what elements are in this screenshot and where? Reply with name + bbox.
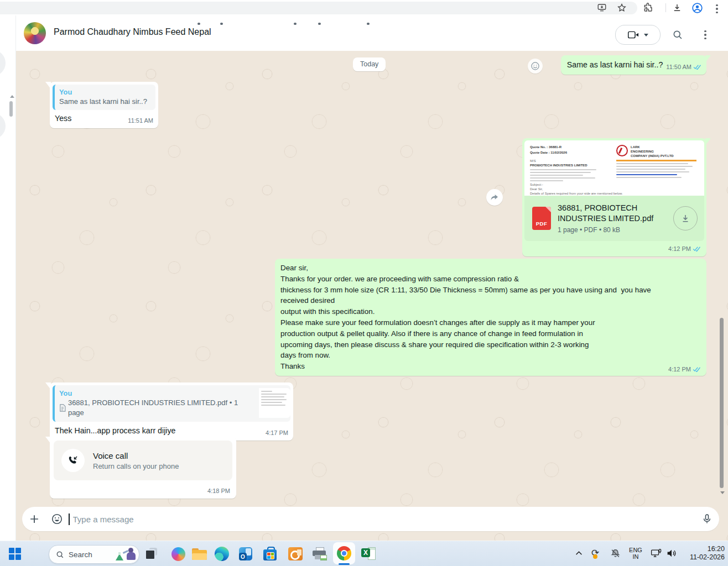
language-line1: ENG [629, 547, 642, 554]
language-line2: IN [629, 553, 642, 560]
outlook-new-icon[interactable]: O [238, 546, 253, 562]
running-indicator [220, 23, 223, 25]
quoted-message[interactable]: You 36881, PROBIOTECH INDUSTRIES LIMITED… [53, 385, 290, 422]
quote-text: Same as last karni hai sir..? [59, 97, 151, 107]
panel-scrollbar[interactable] [9, 101, 13, 117]
tray-sync-icon[interactable]: ⟳ [590, 541, 604, 566]
printer-icon[interactable] [312, 546, 327, 562]
quote-thumbnail [259, 388, 290, 418]
read-receipt-icon [693, 246, 701, 251]
install-app-icon[interactable] [595, 1, 609, 14]
downloads-icon[interactable] [670, 1, 684, 14]
quote-author: You [59, 389, 254, 398]
voice-call-subtitle: Return calls on your phone [93, 462, 179, 470]
panel-scroll-up-arrow[interactable] [10, 95, 14, 98]
preview-quote-date: Quote Date : 11/02/2026 [530, 150, 607, 155]
voice-call-title: Voice call [93, 451, 179, 460]
message-composer [22, 507, 719, 531]
emoji-picker-button[interactable] [46, 507, 67, 531]
edge-icon[interactable] [214, 546, 230, 562]
search-icon [56, 551, 64, 559]
extensions-icon[interactable] [642, 1, 655, 14]
preview-company-3: COMPANY (INDIA) PVT.LTD [631, 154, 674, 158]
search-label: Search [69, 551, 111, 559]
toolbar-divider [665, 3, 666, 12]
voice-record-button[interactable] [695, 507, 719, 531]
document-row[interactable]: PDF 36881, PROBIOTECH INDUSTRIES LIMITED… [524, 196, 704, 241]
preview-quote-no: Quote No. : 36881-R [530, 145, 607, 149]
tray-chevron-up[interactable] [572, 541, 585, 566]
running-indicator [318, 23, 321, 25]
tray-language-indicator[interactable]: ENG IN [626, 541, 645, 566]
message-text: Dear sir, Thanks for your order. we are … [280, 263, 701, 372]
message-meta: 4:12 PM [522, 241, 706, 256]
forward-message-button[interactable] [486, 189, 503, 206]
message-outgoing-document: Quote No. : 36881-R Quote Date : 11/02/2… [522, 138, 706, 256]
preview-recipient-prefix: M/S [530, 159, 607, 163]
task-view-button[interactable] [145, 548, 157, 560]
message-time: 4:12 PM [668, 366, 691, 373]
message-time: 11:51 AM [128, 117, 153, 124]
lark-logo [616, 145, 628, 156]
quote-text: 36881, PROBIOTECH INDUSTRIES LIMITED.pdf… [68, 398, 254, 418]
voice-call-icon [61, 449, 85, 472]
start-button[interactable] [9, 548, 21, 560]
message-text: Same as last karni hai sir..? [567, 60, 663, 70]
download-document-button[interactable] [673, 206, 698, 230]
video-call-button[interactable] [615, 25, 661, 45]
outlook-classic-icon[interactable] [288, 546, 303, 562]
message-input[interactable] [70, 515, 695, 524]
tray-volume-icon[interactable] [664, 541, 679, 566]
tray-network-icon[interactable] [648, 541, 664, 566]
bookmark-star-icon[interactable] [615, 1, 628, 14]
document-icon [59, 404, 66, 412]
chat-area: Today Same as last karni hai sir..? 11:5… [16, 51, 728, 541]
message-incoming: You Same as last karni hai sir..? Yess 1… [50, 82, 158, 128]
document-filename: 36881, PROBIOTECH INDUSTRIES LIMITED.pdf [558, 203, 667, 224]
tray-date: 11-02-2026 [680, 553, 725, 562]
search-chat-button[interactable] [670, 28, 685, 42]
message-incoming: You 36881, PROBIOTECH INDUSTRIES LIMITED… [50, 382, 293, 441]
file-explorer-icon[interactable] [191, 546, 207, 562]
chat-list-avatar-partial [0, 50, 6, 76]
chat-scrollbar[interactable] [720, 318, 724, 488]
running-indicator [197, 23, 200, 25]
taskbar-search[interactable]: Search [49, 545, 139, 564]
preview-recipient: PROBIOTECH INDUSTRIES LIMITED [530, 163, 607, 167]
voice-call-message: Voice call Return calls on your phone 4:… [50, 437, 236, 499]
react-emoji-button[interactable] [528, 59, 543, 74]
message-text: Yess [55, 113, 71, 124]
message-time: 4:18 PM [207, 488, 230, 494]
copilot-icon[interactable] [170, 546, 186, 562]
pdf-file-icon: PDF [532, 207, 551, 230]
voice-call-card[interactable]: Voice call Return calls on your phone [54, 441, 232, 480]
preview-company-2: ENGINEERING [631, 149, 674, 154]
preview-company-1: LARK [631, 145, 674, 149]
video-camera-icon [628, 31, 639, 39]
browser-menu-icon[interactable] [710, 2, 724, 15]
quoted-message[interactable]: You Same as last karni hai sir..? [53, 85, 155, 110]
chat-list-edge [0, 15, 16, 541]
tray-clock[interactable]: 16:20 11-02-2026 [680, 541, 725, 566]
preview-subject: Subject:- [530, 182, 696, 187]
pdf-preview[interactable]: Quote No. : 36881-R Quote Date : 11/02/2… [524, 140, 704, 196]
message-outgoing: Same as last karni hai sir..? 11:50 AM [561, 55, 706, 75]
message-outgoing: Dear sir, Thanks for your order. we are … [275, 259, 706, 376]
microsoft-store-icon[interactable] [262, 546, 278, 562]
chrome-icon[interactable] [336, 546, 352, 561]
attach-plus-button[interactable] [22, 507, 46, 531]
profile-icon[interactable] [690, 1, 704, 14]
search-highlight-image [111, 546, 138, 563]
tray-notifications-off-icon[interactable] [607, 541, 623, 566]
document-meta: 1 page • PDF • 80 kB [558, 226, 667, 234]
date-chip: Today [353, 57, 386, 71]
chevron-down-icon [644, 34, 648, 36]
message-time: 4:12 PM [668, 245, 691, 252]
chat-menu-icon[interactable] [698, 28, 713, 42]
message-time: 11:50 AM [666, 64, 691, 70]
address-bar[interactable] [0, 2, 637, 14]
contact-avatar[interactable] [24, 22, 46, 44]
contact-name[interactable]: Parmod Chaudhary Nimbus Feed Nepal [54, 27, 211, 37]
chat-scroll-down-arrow[interactable] [720, 491, 725, 494]
excel-icon[interactable]: X [361, 546, 376, 561]
